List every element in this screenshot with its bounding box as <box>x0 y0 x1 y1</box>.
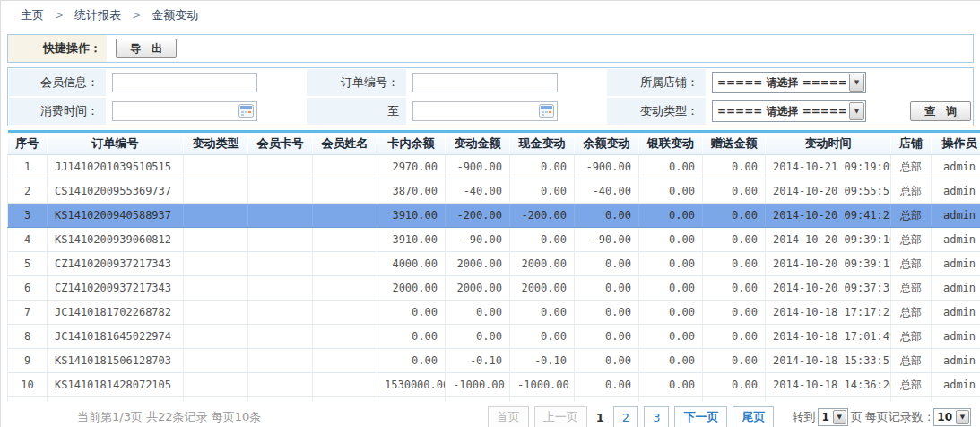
page-size-select[interactable]: 10 ▼ <box>933 408 971 426</box>
table-cell <box>184 349 248 373</box>
to-label: 至 <box>306 97 407 126</box>
table-cell: 0.00 <box>639 276 703 301</box>
table-cell: admin <box>932 373 980 397</box>
query-cell: 查 询 <box>908 97 973 126</box>
query-button[interactable]: 查 询 <box>910 101 971 121</box>
member-info-input[interactable] <box>112 73 257 92</box>
prev-page-button[interactable]: 上一页 <box>534 406 587 427</box>
table-cell: 0.00 <box>510 228 575 252</box>
table-cell: -90.00 <box>575 228 639 252</box>
consume-time-from-cell <box>107 97 306 126</box>
change-type-select-value: ===== 请选择 ===== <box>717 104 847 119</box>
breadcrumb-home[interactable]: 主页 <box>21 7 44 23</box>
consume-time-to-cell <box>407 97 606 126</box>
breadcrumb-separator: > <box>132 9 141 22</box>
table-cell: 0.00 <box>703 301 766 325</box>
table-cell: 2000.00 <box>446 252 510 276</box>
table-cell: -0.10 <box>446 349 510 373</box>
table-row[interactable]: 2CS14102009553697373870.00-40.000.00-40.… <box>8 179 980 204</box>
table-cell: 总部 <box>891 325 932 349</box>
store-select[interactable]: ===== 请选择 ===== ▼ <box>712 72 866 93</box>
quick-ops-body: 导 出 <box>107 35 973 62</box>
table-cell <box>313 204 377 228</box>
table-cell: 总部 <box>891 155 932 179</box>
first-page-button[interactable]: 首页 <box>488 406 529 427</box>
table-row[interactable]: 9KS14101815061287030.00-0.10-0.100.000.0… <box>8 349 980 373</box>
table-cell: 总部 <box>891 252 932 276</box>
table-cell: 0.00 <box>510 179 575 204</box>
table-cell: 0.00 <box>639 252 703 276</box>
consume-time-label: 消费时间： <box>8 97 107 126</box>
table-cell: -900.00 <box>446 155 510 179</box>
table-row[interactable]: 1JJ14102010395105152970.00-900.000.00-90… <box>8 155 980 179</box>
table-row[interactable]: 5CZ14102009372173434000.002000.002000.00… <box>8 252 980 276</box>
table-cell: 0.00 <box>639 349 703 373</box>
column-header: 店铺 <box>891 132 932 155</box>
chevron-down-icon: ▼ <box>849 74 864 92</box>
page-2-button[interactable]: 2 <box>613 406 638 427</box>
table-cell: 0.00 <box>575 204 639 228</box>
table-cell: 2014-10-18 17:01:49 <box>766 325 891 349</box>
goto-page-select[interactable]: 1 ▼ <box>818 408 847 426</box>
last-page-button[interactable]: 尾页 <box>733 406 774 427</box>
table-cell: 4 <box>8 228 48 252</box>
filter-spacer <box>908 68 973 97</box>
page-size-value: 10 <box>934 411 955 423</box>
table-cell: 2000.00 <box>446 276 510 301</box>
table-cell: -90.00 <box>446 228 510 252</box>
table-cell: KS1410200940588937 <box>48 204 184 228</box>
table-cell: 2014-10-18 14:36:26 <box>766 373 891 397</box>
table-cell: admin <box>932 179 980 204</box>
breadcrumb-reports[interactable]: 统计报表 <box>74 7 121 23</box>
table-cell: 6 <box>8 276 48 301</box>
next-page-button[interactable]: 下一页 <box>674 406 727 427</box>
export-button[interactable]: 导 出 <box>116 39 177 58</box>
table-cell: 0.00 <box>639 301 703 325</box>
table-cell: admin <box>932 301 980 325</box>
table-cell: KS1410181506128703 <box>48 349 184 373</box>
table-cell: JC1410181702268782 <box>48 301 184 325</box>
calendar-icon[interactable] <box>238 104 254 118</box>
column-header: 会员卡号 <box>248 132 313 155</box>
table-cell: 8 <box>8 325 48 349</box>
table-cell: CZ1410200937217343 <box>48 276 184 301</box>
consume-time-from-input[interactable] <box>112 101 257 121</box>
calendar-icon[interactable] <box>539 104 554 118</box>
table-cell: admin <box>932 228 980 252</box>
table-cell <box>313 373 377 397</box>
table-row[interactable]: 8JC14101816450229740.000.000.000.000.000… <box>8 325 980 349</box>
table-cell <box>313 155 377 179</box>
goto-suffix: 页 <box>851 409 863 425</box>
table-cell: 0.00 <box>377 325 446 349</box>
table-row[interactable]: 10KS14101814280721051530000.00-1000.00-1… <box>8 373 980 397</box>
table-cell: 0.00 <box>446 301 510 325</box>
table-cell: 0.00 <box>639 155 703 179</box>
current-page: 1 <box>593 411 608 424</box>
table-row[interactable]: 3KS14102009405889373910.00-200.00-200.00… <box>8 204 980 228</box>
column-header: 序号 <box>8 132 48 155</box>
order-no-label: 订单编号： <box>306 68 407 97</box>
table-cell: 5 <box>8 252 48 276</box>
table-cell: 0.00 <box>703 155 766 179</box>
table-cell <box>184 325 248 349</box>
table-cell: 0.00 <box>639 204 703 228</box>
table-cell: 2014-10-20 09:37:31 <box>766 276 891 301</box>
table-cell <box>248 252 313 276</box>
table-cell <box>313 325 377 349</box>
page-3-button[interactable]: 3 <box>644 406 669 427</box>
table-row[interactable]: 4KS14102009390608123910.00-90.000.00-90.… <box>8 228 980 252</box>
table-row[interactable]: 6CZ14102009372173432000.002000.002000.00… <box>8 276 980 301</box>
column-header: 余额变动 <box>575 132 639 155</box>
table-row[interactable]: 7JC14101817022687820.000.000.000.000.000… <box>8 301 980 325</box>
goto-label: 转到 <box>792 409 815 425</box>
table-cell: 2014-10-20 09:41:25 <box>766 204 891 228</box>
order-no-input[interactable] <box>412 73 558 92</box>
chevron-down-icon: ▼ <box>849 102 864 120</box>
consume-time-to-input[interactable] <box>412 101 558 121</box>
goto-page-value: 1 <box>819 411 831 423</box>
change-type-select[interactable]: ===== 请选择 ===== ▼ <box>712 100 866 122</box>
quick-operations-bar: 快捷操作： 导 出 <box>7 34 974 63</box>
table-cell: 0.00 <box>703 179 766 204</box>
table-cell: 总部 <box>891 349 932 373</box>
table-cell: 总部 <box>891 276 932 301</box>
